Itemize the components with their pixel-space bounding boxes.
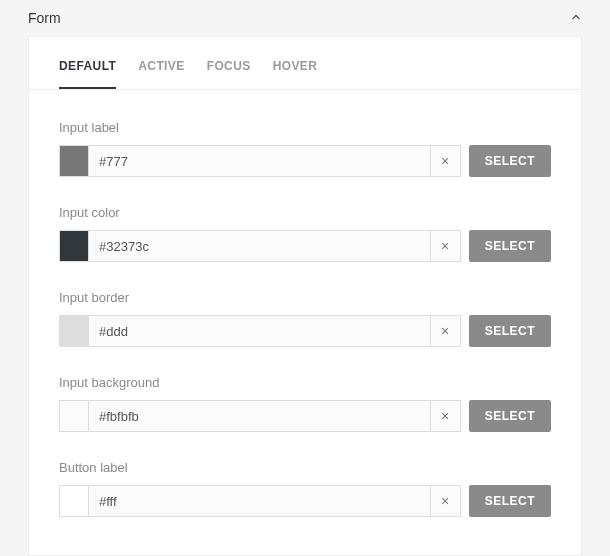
color-swatch[interactable] [59, 400, 89, 432]
field-input-label: Input label × SELECT [59, 120, 551, 177]
field-label: Button label [59, 460, 551, 475]
select-button[interactable]: SELECT [469, 400, 551, 432]
field-input-color: Input color × SELECT [59, 205, 551, 262]
state-tabs: DEFAULT ACTIVE FOCUS HOVER [29, 37, 581, 90]
color-swatch[interactable] [59, 145, 89, 177]
panel-title: Form [28, 10, 61, 26]
tab-focus[interactable]: FOCUS [207, 59, 251, 89]
field-label: Input background [59, 375, 551, 390]
clear-button[interactable]: × [431, 400, 461, 432]
clear-button[interactable]: × [431, 145, 461, 177]
color-value-input[interactable] [89, 230, 431, 262]
field-input-border: Input border × SELECT [59, 290, 551, 347]
select-button[interactable]: SELECT [469, 145, 551, 177]
color-swatch[interactable] [59, 230, 89, 262]
field-label: Input border [59, 290, 551, 305]
field-label: Input color [59, 205, 551, 220]
chevron-up-icon [570, 10, 582, 26]
form-card: DEFAULT ACTIVE FOCUS HOVER Input label ×… [28, 36, 582, 556]
tab-active[interactable]: ACTIVE [138, 59, 184, 89]
color-value-input[interactable] [89, 145, 431, 177]
panel-header-form[interactable]: Form [0, 0, 610, 36]
tab-default[interactable]: DEFAULT [59, 59, 116, 89]
color-swatch[interactable] [59, 485, 89, 517]
select-button[interactable]: SELECT [469, 230, 551, 262]
color-value-input[interactable] [89, 400, 431, 432]
clear-button[interactable]: × [431, 485, 461, 517]
select-button[interactable]: SELECT [469, 485, 551, 517]
select-button[interactable]: SELECT [469, 315, 551, 347]
fields-container: Input label × SELECT Input color [29, 90, 581, 555]
color-value-input[interactable] [89, 315, 431, 347]
field-label: Input label [59, 120, 551, 135]
field-button-label: Button label × SELECT [59, 460, 551, 517]
clear-button[interactable]: × [431, 230, 461, 262]
color-swatch[interactable] [59, 315, 89, 347]
tab-hover[interactable]: HOVER [273, 59, 318, 89]
clear-button[interactable]: × [431, 315, 461, 347]
field-input-background: Input background × SELECT [59, 375, 551, 432]
color-value-input[interactable] [89, 485, 431, 517]
